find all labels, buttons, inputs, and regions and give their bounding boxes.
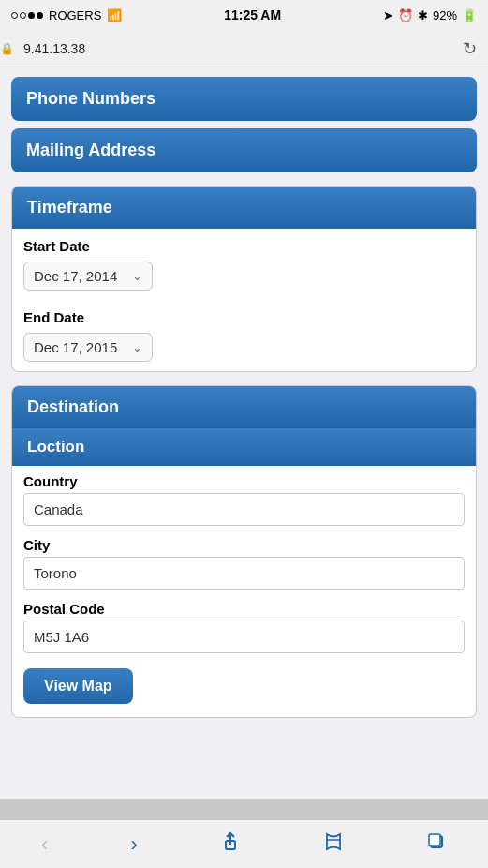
bluetooth-icon: ✱ <box>418 8 428 22</box>
destination-header: Destination <box>12 386 476 428</box>
end-date-label: End Date <box>12 300 476 329</box>
location-header: Loction <box>12 428 476 466</box>
end-date-select[interactable]: Dec 17, 2015 ⌄ <box>23 333 153 362</box>
postal-code-field: Postal Code <box>12 593 476 657</box>
timeframe-header: Timeframe <box>12 187 476 229</box>
carrier-label: ROGERS <box>49 8 101 22</box>
country-label: Country <box>23 473 465 489</box>
start-date-label: Start Date <box>12 229 476 258</box>
phone-numbers-button[interactable]: Phone Numbers <box>11 77 477 121</box>
view-map-button[interactable]: View Map <box>23 668 133 704</box>
timeframe-section: Timeframe Start Date Dec 17, 2014 ⌄ End … <box>11 186 477 372</box>
start-date-value: Dec 17, 2014 <box>34 268 117 284</box>
postal-code-label: Postal Code <box>23 601 465 617</box>
location-icon: ➤ <box>383 8 393 22</box>
end-date-chevron-icon: ⌄ <box>132 340 142 354</box>
battery-label: 92% <box>433 8 457 22</box>
city-label: City <box>23 537 465 553</box>
alarm-icon: ⏰ <box>398 8 413 22</box>
url-display[interactable]: 9.41.13.38 <box>23 41 85 56</box>
destination-section: Destination Loction Country City Postal … <box>11 385 477 718</box>
view-map-row: View Map <box>12 657 476 717</box>
signal-dot-1 <box>11 12 18 19</box>
postal-code-input[interactable] <box>23 621 465 653</box>
start-date-row: Dec 17, 2014 ⌄ <box>12 258 476 300</box>
end-date-value: Dec 17, 2015 <box>34 339 117 355</box>
signal-dot-2 <box>20 12 26 19</box>
status-right: ➤ ⏰ ✱ 92% 🔋 <box>383 8 477 22</box>
city-field: City <box>12 530 476 593</box>
battery-icon: 🔋 <box>462 8 477 22</box>
mailing-address-button[interactable]: Mailing Address <box>11 128 477 172</box>
city-input[interactable] <box>23 557 465 590</box>
signal-dot-4 <box>37 12 43 19</box>
status-left: ROGERS 📶 <box>11 8 122 22</box>
lock-icon: 🔒 <box>0 42 14 55</box>
end-date-row: Dec 17, 2015 ⌄ <box>12 329 476 371</box>
wifi-icon: 📶 <box>107 8 122 22</box>
status-bar: ROGERS 📶 11:25 AM ➤ ⏰ ✱ 92% 🔋 <box>0 0 488 30</box>
status-time: 11:25 AM <box>224 7 281 22</box>
country-field: Country <box>12 466 476 530</box>
start-date-select[interactable]: Dec 17, 2014 ⌄ <box>23 262 153 291</box>
signal-dots <box>11 12 43 19</box>
main-content: Phone Numbers Mailing Address Timeframe … <box>0 67 488 799</box>
start-date-chevron-icon: ⌄ <box>132 269 142 283</box>
refresh-icon[interactable]: ↻ <box>463 38 477 59</box>
address-bar: 🔒 9.41.13.38 ↻ <box>0 30 488 67</box>
signal-dot-3 <box>28 12 35 19</box>
country-input[interactable] <box>23 493 465 526</box>
phone-numbers-section: Phone Numbers Mailing Address <box>11 77 477 172</box>
